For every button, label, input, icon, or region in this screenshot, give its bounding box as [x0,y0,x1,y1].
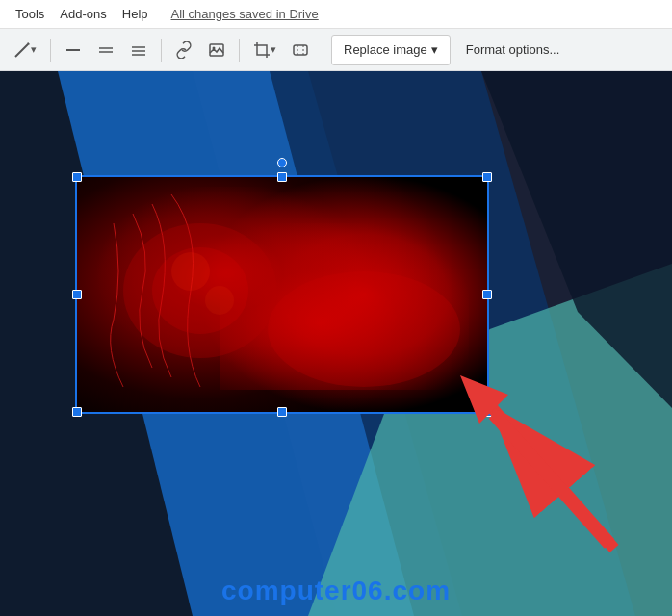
format-options-label: Format options... [466,42,560,57]
border-end-icon [130,41,147,59]
link-icon [175,41,193,59]
svg-line-25 [494,414,609,544]
replace-image-dropdown-arrow: ▾ [431,42,438,57]
canvas-area[interactable]: computer06.com [0,71,672,616]
separator-4 [323,38,323,62]
line-icon [13,41,31,59]
crop-dropdown: ▾ [271,43,276,56]
arrow-annotation [431,346,643,558]
alt-text-button[interactable] [202,35,231,65]
svg-line-0 [15,43,29,57]
separator-1 [50,38,51,62]
selected-image [75,175,489,414]
separator-3 [239,38,240,62]
crop-button[interactable]: ▾ [247,35,282,65]
crop-icon [253,41,271,59]
border-dash-button[interactable] [91,35,120,65]
help-menu[interactable]: Help [115,3,156,25]
selected-image-wrapper[interactable] [75,175,489,414]
image-mask-icon [292,41,309,59]
border-end-button[interactable] [124,35,153,65]
svg-rect-10 [294,45,307,55]
replace-image-label: Replace image [344,42,427,57]
jellyfish-details [75,175,489,414]
addons-menu[interactable]: Add-ons [52,3,114,25]
border-style-button[interactable] [59,35,88,65]
image-mask-button[interactable] [286,35,315,65]
tools-menu[interactable]: Tools [8,3,52,25]
save-status: All changes saved in Drive [171,7,319,21]
line-tool-button[interactable]: ▾ [8,35,42,65]
replace-image-button[interactable]: Replace image ▾ [331,35,451,65]
line-dropdown: ▾ [31,43,37,56]
svg-point-21 [205,286,234,315]
menu-bar: Tools Add-ons Help All changes saved in … [0,0,672,29]
format-options-button[interactable]: Format options... [454,35,572,65]
toolbar: ▾ [0,29,672,71]
link-button[interactable] [169,35,198,65]
svg-point-9 [213,46,216,49]
border-dash-icon [97,41,115,59]
border-style-icon [65,41,82,59]
separator-2 [161,38,162,62]
alt-text-icon [208,41,225,59]
svg-point-20 [171,252,210,291]
watermark-text: computer06.com [221,576,451,606]
